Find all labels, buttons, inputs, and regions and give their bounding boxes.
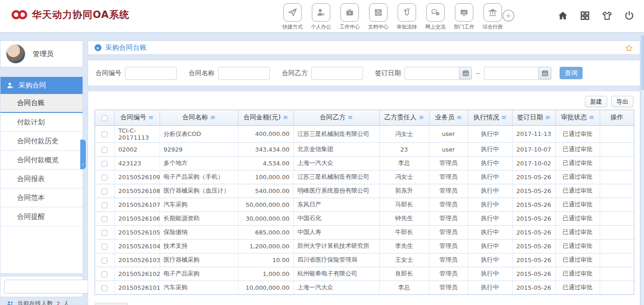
power-icon[interactable] (624, 10, 635, 21)
menu-group-purchase-contract[interactable]: ★ 采购合同 (0, 77, 83, 94)
cell-amount: 10,000,000.00 (238, 281, 293, 294)
row-checkbox-cell (95, 225, 114, 239)
sidebar-item-payment-overview[interactable]: 合同付款概览 (0, 151, 83, 170)
col-party-b-contact[interactable]: 乙方责任人≡ (379, 110, 429, 125)
app-header: 华天动力协同OA系统 快捷方式 ★ 个人办公 工作中心 文档中心 (0, 0, 644, 33)
sort-icon[interactable]: ≡ (457, 114, 462, 121)
select-all-checkbox[interactable] (101, 115, 107, 121)
svg-text:★: ★ (322, 13, 324, 16)
sort-icon[interactable]: ≡ (149, 114, 154, 121)
col-execution-status[interactable]: 执行情况≡ (468, 110, 512, 125)
table-row: TCI-C-20171113分析仪表COD400,000.00江苏三星机械制造有… (95, 125, 634, 142)
col-salesperson[interactable]: 业务员≡ (429, 110, 468, 125)
sidebar-item-contract-report[interactable]: 合同报表 (0, 170, 83, 188)
row-checkbox[interactable] (101, 147, 107, 153)
user-avatar[interactable] (6, 44, 25, 64)
cell-contract-name: 汽车采购 (160, 198, 238, 211)
sidebar-item-contract-template[interactable]: 合同范本 (0, 188, 83, 207)
table-row: 0200292929343,434.00北京金信集团23user执行中2017-… (95, 142, 634, 156)
party-b-input[interactable] (311, 67, 363, 80)
query-button[interactable]: 查询 (560, 67, 583, 79)
page-title: 采购合同台账 (105, 43, 147, 52)
cell-operation (600, 125, 634, 142)
nav-item-shortcuts[interactable]: 快捷方式 (280, 3, 304, 30)
cell-execution-status: 执行中 (468, 156, 512, 170)
col-contract-name[interactable]: 合同名称≡ (160, 110, 238, 125)
sidebar-collapse-handle[interactable]: ‹ (80, 140, 86, 169)
sign-date-to-input[interactable] (484, 67, 538, 80)
sidebar-item-contract-ledger[interactable]: 合同台账 (0, 94, 83, 113)
favorite-star-icon[interactable] (625, 44, 633, 53)
calendar-icon[interactable] (459, 67, 472, 80)
row-checkbox[interactable] (101, 285, 107, 291)
sign-date-from-input[interactable] (405, 67, 459, 80)
sort-icon[interactable]: ≡ (501, 114, 507, 121)
sort-icon[interactable]: ≡ (589, 114, 594, 121)
row-checkbox[interactable] (101, 161, 107, 167)
sort-icon[interactable]: ≡ (283, 114, 288, 121)
export-button[interactable]: 导出 (611, 96, 633, 107)
cell-salesperson: user (429, 125, 468, 142)
calendar-icon[interactable] (538, 67, 551, 80)
cell-sign-date: 2015-05-26 (512, 170, 555, 184)
sort-icon[interactable]: ≡ (545, 114, 550, 121)
nav-item-approval-flow[interactable]: 审批流转 (395, 3, 419, 30)
nav-item-general-admin[interactable]: 综合行政 (481, 3, 505, 30)
scrollbar-thumb[interactable] (641, 35, 644, 90)
new-button[interactable]: 新建 (585, 96, 607, 107)
online-label: 当前在线人数 (17, 299, 53, 305)
cell-execution-status: 执行中 (468, 142, 512, 156)
col-amount[interactable]: 合同金额(元)≡ (238, 110, 293, 125)
cell-party-b-contact: 李总 (379, 281, 429, 294)
col-contract-no[interactable]: 合同编号≡ (114, 110, 160, 125)
row-checkbox[interactable] (101, 131, 107, 137)
row-checkbox[interactable] (101, 202, 107, 208)
document-tray-icon (369, 3, 388, 22)
cell-sign-date: 2015-05-26 (512, 211, 555, 225)
add-module-button[interactable]: + (502, 10, 514, 22)
sort-icon[interactable]: ≡ (210, 114, 215, 121)
pagination-button-partial[interactable] (95, 303, 128, 305)
col-approval-status[interactable]: 审批状态≡ (555, 110, 600, 125)
row-checkbox[interactable] (101, 230, 107, 236)
row-checkbox[interactable] (101, 216, 107, 222)
contract-name-input[interactable] (218, 67, 270, 80)
sidebar-item-contract-reminder[interactable]: 合同提醒 (0, 207, 83, 226)
contract-no-input[interactable] (125, 67, 177, 80)
apps-grid-icon[interactable] (579, 10, 590, 21)
col-operation: 操作 (600, 110, 634, 125)
sidebar-item-payment-plan[interactable]: 付款计划 (0, 113, 83, 132)
row-checkbox[interactable] (101, 175, 107, 181)
nav-item-work-center[interactable]: 工作中心 (338, 3, 362, 30)
sidebar-item-payment-history[interactable]: 合同付款历史 (0, 132, 83, 151)
menu-item-label: 合同付款历史 (17, 137, 59, 146)
home-icon[interactable] (557, 10, 568, 21)
menu-group-label: 采购合同 (18, 81, 46, 90)
row-checkbox[interactable] (101, 188, 107, 194)
row-checkbox[interactable] (101, 258, 107, 264)
cell-party-b-contact: 钟先生 (379, 211, 429, 225)
sidebar-search-input[interactable] (4, 280, 91, 293)
cell-execution-status: 执行中 (468, 211, 512, 225)
cell-amount: 685,000.00 (238, 225, 293, 239)
col-party-b[interactable]: 合同乙方≡ (293, 110, 379, 125)
nav-item-online-chat[interactable]: 网上交流 (423, 3, 447, 30)
sort-icon[interactable]: ≡ (348, 114, 353, 121)
table-row: 20150526102电子产品采购1,000.00杭州银希电子有限公司良部长管理… (95, 267, 634, 281)
nav-item-document-center[interactable]: 文档中心 (366, 3, 390, 30)
row-checkbox[interactable] (101, 271, 107, 277)
theme-shirt-icon[interactable] (602, 10, 613, 21)
nav-item-department-work[interactable]: 部门工作 (452, 3, 476, 30)
cell-operation (600, 156, 634, 170)
cell-operation (600, 198, 634, 211)
row-checkbox-cell (95, 253, 114, 267)
nav-item-personal-office[interactable]: ★ 个人办公 (309, 3, 333, 30)
cell-contract-name: 技术支持 (160, 239, 238, 253)
col-sign-date[interactable]: 签订日期≡ (512, 110, 555, 125)
vertical-scrollbar[interactable] (640, 34, 644, 305)
row-checkbox[interactable] (101, 244, 107, 250)
sort-icon[interactable]: ≡ (419, 114, 424, 121)
menu-item-label: 合同报表 (17, 175, 45, 183)
table-row: 20150526101汽车采购10,000,000.00上海一汽大众李总管理员执… (95, 281, 634, 294)
cell-contract-no: 20150526102 (114, 267, 160, 281)
